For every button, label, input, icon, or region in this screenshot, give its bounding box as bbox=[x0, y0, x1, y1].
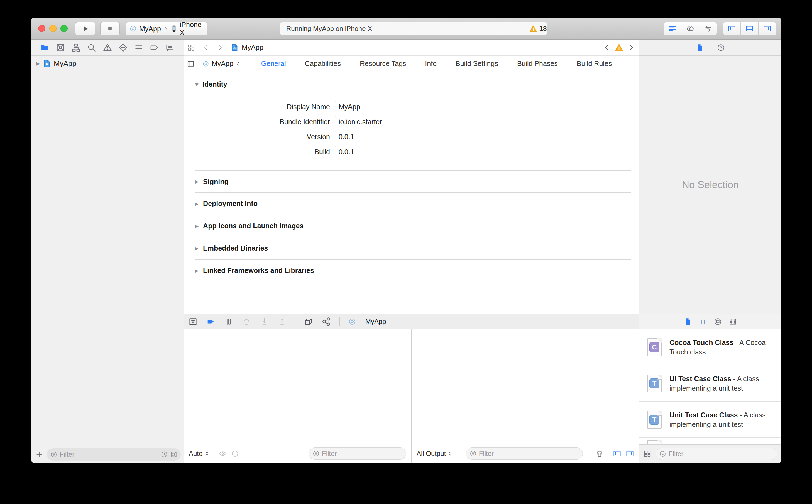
scheme-selector[interactable]: MyApp iPhone X bbox=[126, 22, 207, 35]
toggle-navigator-button[interactable] bbox=[723, 22, 741, 35]
variables-scope-popup[interactable]: Auto bbox=[189, 450, 210, 457]
project-navigator-tree: MyApp bbox=[31, 56, 184, 446]
debug-navigator-icon[interactable] bbox=[134, 43, 143, 52]
build-field[interactable] bbox=[335, 146, 485, 157]
symbol-navigator-icon[interactable] bbox=[71, 43, 81, 52]
debug-toolbar: MyApp bbox=[184, 314, 639, 329]
console-scope-popup[interactable]: All Output bbox=[417, 450, 453, 457]
list-item[interactable]: T Unit Test Case Class - A class impleme… bbox=[639, 402, 781, 438]
console-view: All Output bbox=[412, 329, 639, 463]
variables-view-content[interactable] bbox=[184, 329, 411, 444]
library-filter-input[interactable] bbox=[669, 450, 774, 458]
tab-build-phases[interactable]: Build Phases bbox=[517, 60, 558, 68]
bundle-identifier-field[interactable] bbox=[335, 116, 485, 127]
step-over-icon[interactable] bbox=[242, 317, 251, 326]
list-item[interactable]: C Cocoa Touch Class - A Cocoa Touch clas… bbox=[639, 329, 781, 365]
pause-icon[interactable] bbox=[224, 317, 233, 326]
list-item[interactable] bbox=[639, 438, 781, 444]
disclosure-triangle-icon[interactable] bbox=[36, 61, 40, 66]
zoom-window-button[interactable] bbox=[60, 25, 68, 32]
grid-view-toggle-icon[interactable] bbox=[643, 450, 652, 458]
test-navigator-icon[interactable] bbox=[118, 43, 128, 52]
section-deployment-info[interactable]: Deployment Info bbox=[195, 193, 631, 215]
toggle-debug-area-button[interactable] bbox=[741, 22, 758, 35]
variables-filter-field[interactable] bbox=[309, 447, 406, 460]
disclosure-triangle-icon[interactable] bbox=[195, 223, 199, 229]
recent-files-filter-icon[interactable] bbox=[161, 451, 168, 458]
issue-navigator-icon[interactable] bbox=[103, 43, 112, 52]
project-root-row[interactable]: MyApp bbox=[31, 58, 184, 69]
standard-editor-button[interactable] bbox=[664, 22, 681, 35]
targets-sidebar-toggle-icon[interactable] bbox=[187, 60, 195, 68]
clear-console-icon[interactable] bbox=[595, 449, 604, 458]
stop-button[interactable] bbox=[100, 22, 120, 35]
forward-icon[interactable] bbox=[217, 44, 223, 51]
list-item[interactable]: T UI Test Case Class - A class implement… bbox=[639, 365, 781, 402]
console-filter-field[interactable] bbox=[466, 447, 583, 460]
show-console-icon[interactable] bbox=[626, 449, 634, 458]
disclosure-triangle-icon[interactable] bbox=[195, 268, 199, 273]
view-debugger-icon[interactable] bbox=[304, 317, 313, 326]
display-name-field[interactable] bbox=[335, 101, 485, 112]
tab-capabilities[interactable]: Capabilities bbox=[305, 60, 341, 68]
toggle-inspector-button[interactable] bbox=[759, 22, 776, 35]
file-template-library-icon[interactable] bbox=[684, 317, 692, 326]
navigator-filter-field[interactable] bbox=[47, 448, 181, 461]
memory-graph-icon[interactable] bbox=[322, 317, 331, 326]
breadcrumb[interactable]: MyApp bbox=[231, 43, 263, 52]
version-editor-button[interactable] bbox=[699, 22, 717, 35]
section-embedded-binaries[interactable]: Embedded Binaries bbox=[195, 237, 631, 260]
show-variables-view-icon[interactable] bbox=[613, 449, 621, 458]
warning-badge[interactable]: 18 bbox=[533, 24, 543, 34]
section-linked-frameworks[interactable]: Linked Frameworks and Libraries bbox=[195, 260, 631, 282]
tab-info[interactable]: Info bbox=[425, 60, 437, 68]
file-inspector-icon[interactable] bbox=[696, 43, 704, 52]
breakpoints-toggle-icon[interactable] bbox=[206, 317, 216, 326]
breakpoint-navigator-icon[interactable] bbox=[150, 43, 159, 52]
run-button[interactable] bbox=[75, 22, 95, 35]
tab-build-rules[interactable]: Build Rules bbox=[577, 60, 612, 68]
minimize-window-button[interactable] bbox=[49, 25, 57, 32]
library-filter-field[interactable] bbox=[656, 448, 777, 460]
close-window-button[interactable] bbox=[38, 25, 45, 32]
version-field[interactable] bbox=[335, 131, 485, 142]
disclosure-triangle-icon[interactable] bbox=[195, 201, 199, 207]
project-navigator-icon[interactable] bbox=[40, 43, 50, 52]
section-app-icons[interactable]: App Icons and Launch Images bbox=[195, 215, 631, 237]
navigator-panel: MyApp bbox=[31, 40, 184, 463]
find-navigator-icon[interactable] bbox=[87, 43, 96, 52]
media-library-icon[interactable] bbox=[729, 317, 737, 326]
quick-look-icon[interactable] bbox=[219, 450, 227, 457]
variables-filter-input[interactable] bbox=[322, 450, 403, 457]
navigator-filter-input[interactable] bbox=[60, 451, 158, 458]
previous-issue-icon[interactable] bbox=[603, 44, 611, 51]
related-items-icon[interactable] bbox=[187, 43, 195, 52]
step-into-icon[interactable] bbox=[260, 317, 269, 326]
tab-resource-tags[interactable]: Resource Tags bbox=[360, 60, 406, 68]
source-control-navigator-icon[interactable] bbox=[56, 43, 65, 52]
add-button[interactable] bbox=[36, 451, 43, 458]
report-navigator-icon[interactable] bbox=[165, 43, 175, 52]
disclosure-triangle-icon[interactable] bbox=[195, 179, 199, 184]
hide-debug-area-icon[interactable] bbox=[188, 317, 198, 326]
console-filter-input[interactable] bbox=[479, 450, 579, 457]
identity-section-header[interactable]: Identity bbox=[195, 80, 227, 88]
source-control-status-filter-icon[interactable] bbox=[170, 451, 177, 458]
disclosure-triangle-icon[interactable] bbox=[195, 82, 199, 87]
code-snippet-library-icon[interactable] bbox=[699, 317, 707, 326]
back-icon[interactable] bbox=[203, 44, 209, 51]
console-content[interactable] bbox=[412, 329, 639, 444]
object-library-icon[interactable] bbox=[714, 317, 722, 326]
step-out-icon[interactable] bbox=[277, 317, 287, 326]
debug-target-label[interactable]: MyApp bbox=[365, 318, 386, 326]
section-signing[interactable]: Signing bbox=[195, 170, 631, 193]
help-inspector-icon[interactable] bbox=[717, 43, 725, 52]
disclosure-triangle-icon[interactable] bbox=[195, 246, 199, 251]
target-popup[interactable]: MyApp bbox=[202, 60, 241, 68]
tab-build-settings[interactable]: Build Settings bbox=[456, 60, 498, 68]
template-title: UI Test Case Class bbox=[669, 375, 731, 383]
tab-general[interactable]: General bbox=[261, 60, 286, 68]
print-description-icon[interactable] bbox=[231, 450, 239, 457]
next-issue-icon[interactable] bbox=[627, 44, 635, 51]
assistant-editor-button[interactable] bbox=[681, 22, 699, 35]
